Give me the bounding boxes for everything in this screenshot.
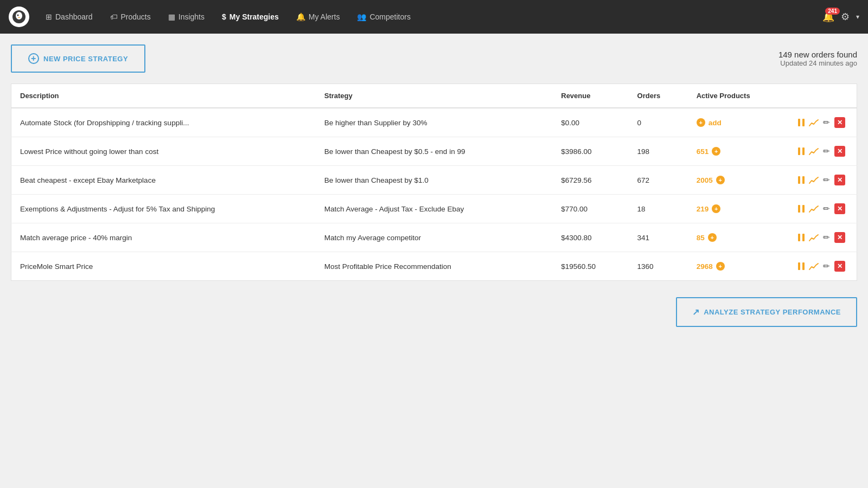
cell-actions: ✏ ✕ [789, 223, 857, 252]
table-row: Exemptions & Adjustments - Adjust for 5%… [11, 195, 857, 223]
plus-circle-icon: + [28, 53, 39, 64]
pause-bar-left [798, 119, 800, 126]
pause-bar-right [802, 205, 805, 213]
cell-description: PriceMole Smart Price [11, 252, 316, 281]
notification-bell[interactable]: 🔔 241 [822, 11, 834, 23]
main-content: + NEW PRICE STRATEGY 149 new orders foun… [0, 34, 868, 338]
nav-insights[interactable]: ▦ Insights [161, 8, 212, 25]
col-orders: Orders [629, 84, 688, 108]
trend-analyze-icon: ↗ [692, 307, 700, 317]
pause-button[interactable] [798, 205, 805, 213]
cell-strategy: Be lower than Cheapest by $1.0 [316, 166, 553, 195]
pause-bar-right [802, 119, 805, 126]
bell-nav-icon: 🔔 [296, 12, 305, 21]
col-actions [789, 84, 857, 108]
active-count: 2968 [697, 262, 713, 271]
add-more-products-icon[interactable]: + [712, 204, 720, 213]
active-count: 85 [697, 234, 705, 242]
tag-icon: 🏷 [110, 12, 118, 21]
trend-icon[interactable] [809, 118, 819, 127]
edit-icon[interactable]: ✏ [823, 204, 830, 214]
pause-bar-left [798, 176, 800, 184]
analyze-strategy-button[interactable]: ↗ ANALYZE STRATEGY PERFORMANCE [676, 297, 857, 327]
delete-button[interactable]: ✕ [834, 261, 845, 272]
delete-button[interactable]: ✕ [834, 175, 845, 185]
add-product-link[interactable]: add [709, 119, 722, 127]
orders-info: 149 new orders found Updated 24 minutes … [778, 50, 857, 67]
cell-revenue: $770.00 [552, 195, 628, 223]
active-count: 2005 [697, 176, 713, 184]
add-more-products-icon[interactable]: + [712, 147, 720, 156]
orders-count-text: 149 new orders found [778, 50, 857, 59]
nav-my-strategies[interactable]: $ My Strategies [214, 8, 286, 25]
trend-icon[interactable] [809, 233, 819, 242]
trend-icon[interactable] [809, 175, 819, 185]
col-revenue: Revenue [552, 84, 628, 108]
new-strategy-button[interactable]: + NEW PRICE STRATEGY [11, 44, 145, 73]
pause-bar-left [798, 205, 800, 213]
cell-description: Match average price - 40% margin [11, 223, 316, 252]
delete-button[interactable]: ✕ [834, 146, 845, 157]
table-row: Beat cheapest - except Ebay MarketplaceB… [11, 166, 857, 195]
cell-orders: 198 [629, 137, 688, 166]
edit-icon[interactable]: ✏ [823, 175, 830, 185]
bottom-bar: ↗ ANALYZE STRATEGY PERFORMANCE [11, 297, 857, 327]
edit-icon[interactable]: ✏ [823, 261, 830, 271]
navbar: ⊞ Dashboard 🏷 Products ▦ Insights $ My S… [0, 0, 868, 34]
cell-active-products: 85+ [688, 223, 789, 252]
pause-button[interactable] [798, 234, 805, 241]
add-product-plus-icon[interactable]: + [697, 118, 705, 127]
cell-revenue: $19560.50 [552, 252, 628, 281]
settings-gear-icon[interactable]: ⚙ [841, 11, 850, 23]
pause-button[interactable] [798, 119, 805, 126]
cell-actions: ✏ ✕ [789, 108, 857, 137]
cell-active-products: 2005+ [688, 166, 789, 195]
pause-bar-left [798, 262, 800, 270]
edit-icon[interactable]: ✏ [823, 118, 830, 127]
cell-description: Exemptions & Adjustments - Adjust for 5%… [11, 195, 316, 223]
edit-icon[interactable]: ✏ [823, 146, 830, 156]
cell-orders: 1360 [629, 252, 688, 281]
active-count: 651 [697, 147, 709, 156]
cell-strategy: Most Profitable Price Recommendation [316, 252, 553, 281]
cell-active-products: 2968+ [688, 252, 789, 281]
cell-strategy: Be higher than Supplier by 30% [316, 108, 553, 137]
add-more-products-icon[interactable]: + [716, 176, 725, 184]
pause-button[interactable] [798, 147, 805, 155]
nav-products[interactable]: 🏷 Products [103, 8, 158, 25]
col-description: Description [11, 84, 316, 108]
pause-bar-right [802, 176, 805, 184]
orders-updated-text: Updated 24 minutes ago [778, 59, 857, 67]
trend-icon[interactable] [809, 204, 819, 214]
table-row: Lowest Price without going lower than co… [11, 137, 857, 166]
table-row: Match average price - 40% marginMatch my… [11, 223, 857, 252]
cell-revenue: $4300.80 [552, 223, 628, 252]
table-row: PriceMole Smart PriceMost Profitable Pri… [11, 252, 857, 281]
nav-my-alerts[interactable]: 🔔 My Alerts [289, 8, 348, 25]
delete-button[interactable]: ✕ [834, 203, 845, 214]
pause-bar-right [802, 262, 805, 270]
pause-bar-left [798, 147, 800, 155]
delete-button[interactable]: ✕ [834, 232, 845, 243]
cell-strategy: Match Average - Adjust Tax - Exclude Eba… [316, 195, 553, 223]
cell-strategy: Be lower than Cheapest by $0.5 - end in … [316, 137, 553, 166]
add-more-products-icon[interactable]: + [716, 262, 725, 271]
pause-button[interactable] [798, 176, 805, 184]
nav-competitors[interactable]: 👥 Competitors [349, 8, 418, 25]
trend-icon[interactable] [809, 146, 819, 156]
cell-active-products: 219+ [688, 195, 789, 223]
trend-icon[interactable] [809, 261, 819, 271]
chevron-down-icon[interactable]: ▾ [856, 13, 859, 21]
pause-button[interactable] [798, 262, 805, 270]
cell-actions: ✏ ✕ [789, 195, 857, 223]
dollar-circle-icon: $ [222, 12, 226, 21]
add-more-products-icon[interactable]: + [708, 233, 717, 242]
edit-icon[interactable]: ✏ [823, 233, 830, 242]
delete-button[interactable]: ✕ [834, 117, 845, 128]
users-icon: 👥 [357, 12, 366, 21]
cell-revenue: $0.00 [552, 108, 628, 137]
cell-orders: 0 [629, 108, 688, 137]
cell-description: Automate Stock (for Dropshipping / track… [11, 108, 316, 137]
cell-actions: ✏ ✕ [789, 166, 857, 195]
nav-dashboard[interactable]: ⊞ Dashboard [38, 8, 100, 25]
